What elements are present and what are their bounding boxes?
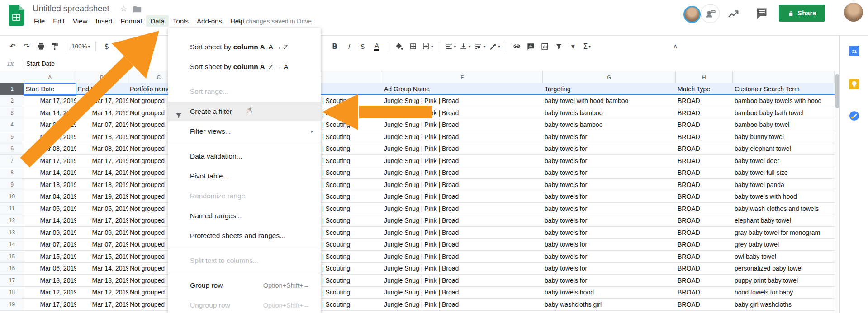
cell-I17[interactable]: puppy print baby towel [733, 275, 838, 287]
insert-chart-icon[interactable] [540, 41, 550, 52]
cell-B19[interactable]: Mar 17, 2019 [76, 299, 132, 311]
cell-A12[interactable]: Mar 14, 2019 [24, 215, 80, 227]
cell-F18[interactable]: Jungle Snug | Pink | Broad [382, 287, 546, 299]
borders-icon[interactable] [408, 41, 418, 52]
cell-G11[interactable]: baby towels for [543, 203, 679, 215]
row-header-13[interactable]: 13 [0, 227, 24, 239]
cell-H4[interactable]: BROAD [676, 119, 736, 131]
cell-I14[interactable]: grey baby towel [733, 239, 838, 251]
cell-H6[interactable]: BROAD [676, 143, 736, 155]
cell-H11[interactable]: BROAD [676, 203, 736, 215]
cell-H8[interactable]: BROAD [676, 167, 736, 179]
cell-I13[interactable]: gray baby towel for monogram [733, 227, 838, 239]
cell-G19[interactable]: baby washcloths girl [543, 299, 679, 311]
row-header-16[interactable]: 16 [0, 263, 24, 275]
insert-comment-icon[interactable] [526, 41, 536, 52]
row-header-10[interactable]: 10 [0, 191, 24, 203]
menu-item-named-ranges[interactable]: Named ranges... [168, 206, 321, 226]
row-header-18[interactable]: 18 [0, 287, 24, 299]
document-title[interactable]: Untitled spreadsheet [33, 4, 109, 14]
cell-G10[interactable]: baby towels for [543, 191, 679, 203]
row-header-7[interactable]: 7 [0, 155, 24, 167]
cell-H3[interactable]: BROAD [676, 107, 736, 119]
row-header-8[interactable]: 8 [0, 167, 24, 179]
horizontal-align-icon[interactable]: ▾ [445, 41, 456, 52]
row-header-12[interactable]: 12 [0, 215, 24, 227]
menu-item-split-text-to-columns[interactable]: Split text to columns... [168, 251, 321, 271]
menu-item-randomize-range[interactable]: Randomize range [168, 186, 321, 206]
cell-F5[interactable]: Jungle Snug | Pink | Broad [382, 131, 546, 143]
collapse-toolbar-icon[interactable]: ∧ [673, 42, 678, 50]
cell-F7[interactable]: Jungle Snug | Pink | Broad [382, 155, 546, 167]
cell-A4[interactable]: Mar 07, 2019 [24, 119, 80, 131]
italic-icon[interactable]: I [343, 41, 354, 52]
cell-B3[interactable]: Mar 14, 2019 [76, 107, 132, 119]
cell-B17[interactable]: Mar 13, 2019 [76, 275, 132, 287]
cell-F9[interactable]: Jungle Snug | Pink | Broad [382, 179, 546, 191]
row-header-15[interactable]: 15 [0, 251, 24, 263]
select-all-corner[interactable] [0, 71, 24, 84]
cell-H17[interactable]: BROAD [676, 275, 736, 287]
cell-I7[interactable]: baby towel deer [733, 155, 838, 167]
cell-B5[interactable]: Mar 13, 2019 [76, 131, 132, 143]
cell-I3[interactable]: bamboo baby bath towel [733, 107, 838, 119]
cell-I18[interactable]: hood towels for baby [733, 287, 838, 299]
cell-F13[interactable]: Jungle Snug | Pink | Broad [382, 227, 546, 239]
row-header-19[interactable]: 19 [0, 299, 24, 311]
cell-I4[interactable]: bamboo baby towel [733, 119, 838, 131]
menu-item-sort-sheet-by-column-a-a-z[interactable]: Sort sheet by column A, A → Z [168, 37, 321, 57]
cell-B6[interactable]: Mar 08, 2019 [76, 143, 132, 155]
menu-insert[interactable]: Insert [91, 15, 117, 27]
cell-F4[interactable]: Jungle Snug | Pink | Broad [382, 119, 546, 131]
cell-I16[interactable]: personalized baby towel [733, 263, 838, 275]
strikethrough-icon[interactable]: S [357, 41, 368, 52]
menu-item-sort-range[interactable]: Sort range... [168, 82, 321, 102]
vertical-scrollbar-thumb[interactable] [835, 74, 839, 108]
print-icon[interactable] [35, 41, 46, 52]
cell-G3[interactable]: baby towels bamboo [543, 107, 679, 119]
column-header-F[interactable]: F [382, 71, 543, 84]
column-header-H[interactable]: H [676, 71, 733, 84]
cell-A18[interactable]: Mar 12, 2019 [24, 287, 80, 299]
fill-color-icon[interactable] [394, 41, 404, 52]
row-header-11[interactable]: 11 [0, 203, 24, 215]
row-header-3[interactable]: 3 [0, 107, 24, 119]
cell-G2[interactable]: baby towel with hood bamboo [543, 95, 679, 107]
cell-B14[interactable]: Mar 07, 2019 [76, 239, 132, 251]
cell-B11[interactable]: Mar 05, 2019 [76, 203, 132, 215]
text-rotation-icon[interactable]: ▾ [489, 41, 500, 52]
share-button[interactable]: Share [779, 5, 825, 22]
zoom-select[interactable]: 100%▾ [71, 41, 90, 52]
cell-H5[interactable]: BROAD [676, 131, 736, 143]
cell-I2[interactable]: bamboo baby towels with hood [733, 95, 838, 107]
cell-I1[interactable]: Customer Search Term [733, 83, 838, 95]
cell-A5[interactable]: Mar 13, 2019 [24, 131, 80, 143]
cell-I15[interactable]: owl baby towel [733, 251, 838, 263]
cell-H1[interactable]: Match Type [676, 83, 736, 95]
row-header-17[interactable]: 17 [0, 275, 24, 287]
cell-A11[interactable]: Mar 05, 2019 [24, 203, 80, 215]
cell-B16[interactable]: Mar 14, 2019 [76, 263, 132, 275]
cell-F3[interactable]: Jungle Snug | Pink | Broad [382, 107, 546, 119]
cell-F12[interactable]: Jungle Snug | Pink | Broad [382, 215, 546, 227]
cell-A15[interactable]: Mar 15, 2019 [24, 251, 80, 263]
cell-H15[interactable]: BROAD [676, 251, 736, 263]
cell-I11[interactable]: baby wash clothes and towels [733, 203, 838, 215]
cell-G13[interactable]: baby towels for [543, 227, 679, 239]
cell-A14[interactable]: Mar 07, 2019 [24, 239, 80, 251]
cell-H7[interactable]: BROAD [676, 155, 736, 167]
cell-G18[interactable]: baby towels hood [543, 287, 679, 299]
paint-format-icon[interactable] [49, 41, 60, 52]
cell-A2[interactable]: Mar 17, 2019 [24, 95, 80, 107]
row-header-6[interactable]: 6 [0, 143, 24, 155]
filter-icon[interactable] [554, 41, 564, 52]
cell-A19[interactable]: Mar 17, 2019 [24, 299, 80, 311]
cell-B7[interactable]: Mar 17, 2019 [76, 155, 132, 167]
star-icon[interactable]: ☆ [120, 4, 127, 13]
functions-icon[interactable]: Σ▾ [582, 41, 593, 52]
vertical-align-icon[interactable]: ▾ [459, 41, 471, 52]
menu-item-sort-sheet-by-column-a-z-a[interactable]: Sort sheet by column A, Z → A [168, 57, 321, 77]
cell-B15[interactable]: Mar 15, 2019 [76, 251, 132, 263]
cell-G16[interactable]: baby towels for [543, 263, 679, 275]
cell-A13[interactable]: Mar 09, 2019 [24, 227, 80, 239]
